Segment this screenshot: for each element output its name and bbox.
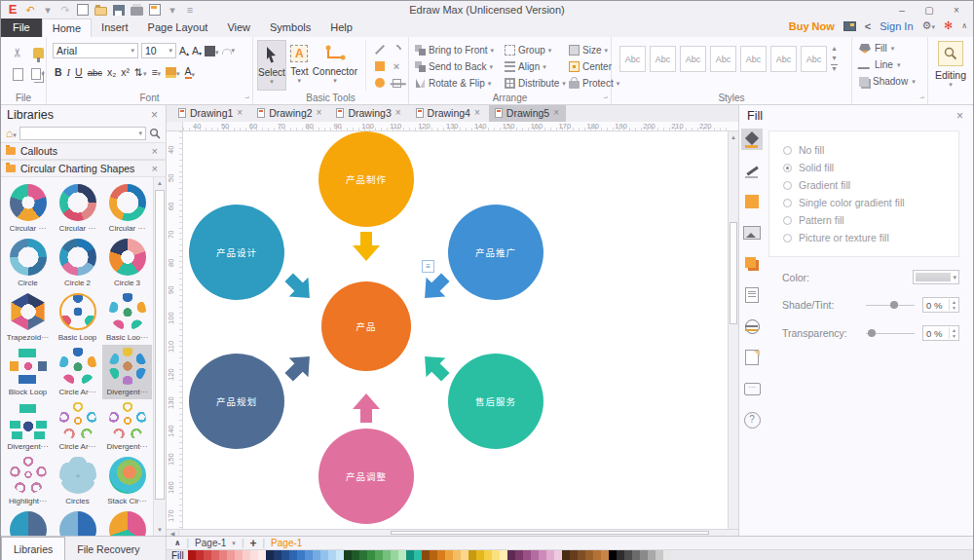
palette-swatch[interactable] xyxy=(305,550,313,560)
palette-swatch[interactable] xyxy=(648,550,656,560)
library-shape-item[interactable]: Block Loop xyxy=(3,345,53,399)
fill-option-radio[interactable]: Picture or texture fill xyxy=(783,229,958,246)
vertical-scrollbar[interactable]: ▲ xyxy=(728,131,738,529)
library-shape-item[interactable]: Circle 3 xyxy=(102,236,152,290)
arc-text-icon[interactable]: ▾ xyxy=(222,47,236,55)
editing-button[interactable] xyxy=(938,41,963,66)
color-dropdown[interactable]: ▾ xyxy=(913,270,959,284)
palette-swatch[interactable] xyxy=(258,550,266,560)
highlight-color-icon[interactable]: ▾ xyxy=(166,67,180,78)
shade-tint-slider[interactable] xyxy=(866,305,915,306)
select-tool-button[interactable]: Select ▾ xyxy=(257,40,286,91)
diagram-circle-shape[interactable]: 产品规划 xyxy=(189,354,284,449)
style-preview[interactable]: Abc xyxy=(619,46,646,72)
file-menu-button[interactable]: File xyxy=(1,19,42,37)
arc-tool-icon[interactable] xyxy=(389,42,404,57)
format-painter-icon[interactable] xyxy=(28,44,48,61)
palette-swatch[interactable] xyxy=(297,550,305,560)
shadow-menu-button[interactable]: Shadow▾ xyxy=(856,73,923,90)
palette-swatch[interactable] xyxy=(593,550,601,560)
library-section-close-icon[interactable]: × xyxy=(152,163,158,174)
document-tab-close-icon[interactable]: × xyxy=(474,107,480,119)
page-dropdown[interactable]: Page-1 xyxy=(195,538,226,548)
palette-swatch[interactable] xyxy=(515,550,523,560)
shade-slider-thumb[interactable] xyxy=(890,301,898,309)
palette-swatch[interactable] xyxy=(391,550,398,560)
palette-swatch[interactable] xyxy=(204,550,211,560)
palette-swatch[interactable] xyxy=(406,550,414,560)
font-size-select[interactable]: 10▾ xyxy=(141,43,176,58)
style-preview[interactable]: Abc xyxy=(710,46,736,72)
diagram-circle-shape[interactable]: 产品制作 xyxy=(318,131,414,227)
scrollbar-thumb[interactable] xyxy=(730,222,737,324)
palette-swatch[interactable] xyxy=(219,550,227,560)
palette-swatch[interactable] xyxy=(523,550,531,560)
ribbon-tab[interactable]: Insert xyxy=(92,19,138,37)
strikethrough-button[interactable]: abc xyxy=(88,67,102,78)
library-shape-item[interactable]: Highlight··· xyxy=(3,454,53,508)
paste-icon[interactable] xyxy=(9,65,26,83)
library-search-input[interactable]: ▾ xyxy=(19,127,146,140)
home-icon[interactable]: ⌂▾ xyxy=(6,127,17,140)
arrange-command[interactable]: Group ▾ xyxy=(505,42,569,58)
palette-swatch[interactable] xyxy=(663,550,671,560)
gallery-icon[interactable] xyxy=(843,21,856,31)
library-section-close-icon[interactable]: × xyxy=(152,145,158,157)
scrollbar-thumb[interactable] xyxy=(391,531,709,535)
palette-swatch[interactable] xyxy=(352,550,359,560)
library-shape-item[interactable]: Divergent··· xyxy=(102,399,152,454)
italic-button[interactable]: I xyxy=(67,67,71,78)
library-section-header[interactable]: Callouts × xyxy=(1,142,166,160)
document-tab[interactable]: Drawing5 × xyxy=(489,105,566,122)
ribbon-tab[interactable]: Help xyxy=(320,19,362,37)
palette-swatch[interactable] xyxy=(601,550,609,560)
panel-tool-icon[interactable] xyxy=(741,378,763,399)
palette-swatch[interactable] xyxy=(344,550,352,560)
fill-option-radio[interactable]: Gradient fill xyxy=(783,176,958,194)
diagram-arrow-shape[interactable] xyxy=(348,229,385,266)
qat-icon[interactable]: ↷ xyxy=(59,3,71,17)
document-tab[interactable]: Drawing2 × xyxy=(251,105,328,122)
window-control-button[interactable]: – xyxy=(895,5,909,16)
document-tab-close-icon[interactable]: × xyxy=(237,107,243,119)
palette-swatch[interactable] xyxy=(235,550,243,560)
palette-swatch[interactable] xyxy=(422,550,430,560)
palette-swatch[interactable] xyxy=(531,550,539,560)
arrange-command[interactable]: Align ▾ xyxy=(505,58,569,75)
cut-icon[interactable]: ✂ xyxy=(9,44,26,61)
palette-swatch[interactable] xyxy=(656,550,663,560)
collapse-pagebar-icon[interactable]: ∧ xyxy=(174,539,181,547)
connector-tool-button[interactable]: Connector ▾ xyxy=(313,40,357,91)
palette-swatch[interactable] xyxy=(430,550,437,560)
style-preview[interactable]: Abc xyxy=(770,46,797,72)
arrange-command[interactable]: Bring to Front ▾ xyxy=(415,42,505,58)
diagram-arrow-shape[interactable] xyxy=(274,262,326,315)
document-tab[interactable]: Drawing1 × xyxy=(172,105,249,122)
diagram-circle-shape[interactable]: 产品调整 xyxy=(318,429,414,524)
fill-panel-close-icon[interactable]: × xyxy=(956,110,963,122)
drawing-page[interactable]: 产品制作 产品设计 产品推广 产品 xyxy=(183,131,728,529)
style-preview[interactable]: Abc xyxy=(650,46,676,72)
palette-swatch[interactable] xyxy=(375,550,383,560)
bottom-panel-tab[interactable]: File Recovery xyxy=(65,537,151,560)
panel-tool-icon[interactable] xyxy=(741,160,763,181)
bullet-list-icon[interactable]: ≡▾ xyxy=(151,66,161,78)
library-shape-item[interactable]: Circle Ar··· xyxy=(53,345,102,399)
collapse-ribbon-icon[interactable]: ∧ xyxy=(961,21,967,30)
bottom-panel-tab[interactable]: Libraries xyxy=(1,537,65,560)
palette-swatch[interactable] xyxy=(585,550,593,560)
decrease-font-icon[interactable]: A▾ xyxy=(192,45,202,56)
palette-swatch[interactable] xyxy=(492,550,500,560)
qat-icon[interactable] xyxy=(94,7,107,16)
arrange-command[interactable]: Send to Back ▾ xyxy=(415,58,505,75)
palette-swatch[interactable] xyxy=(250,550,258,560)
palette-swatch[interactable] xyxy=(383,550,391,560)
palette-swatch[interactable] xyxy=(445,550,453,560)
document-tab-close-icon[interactable]: × xyxy=(395,107,401,119)
subscript-button[interactable]: x₂ xyxy=(107,66,116,78)
scroll-up-icon[interactable]: ▲ xyxy=(154,177,166,189)
diagram-circle-shape[interactable]: 售后服务 xyxy=(448,354,543,449)
qat-icon[interactable] xyxy=(77,4,89,16)
palette-swatch[interactable] xyxy=(227,550,235,560)
font-color-icon[interactable]: A▾ xyxy=(185,66,196,79)
